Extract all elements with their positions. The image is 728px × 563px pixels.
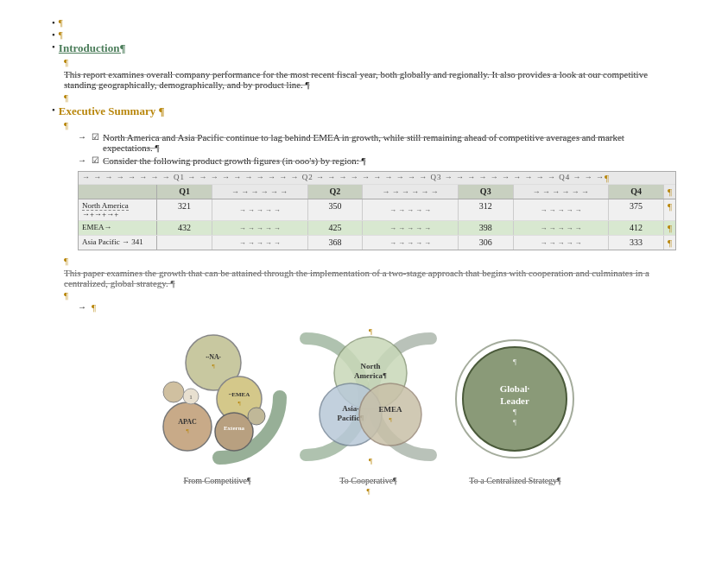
exec-arrow2: → ☑ Consider the following product growt…: [78, 155, 676, 166]
svg-text:Global·: Global·: [500, 383, 530, 394]
table-arrows-row: → → → → → → → → Q1 → → → → → → → → → → Q…: [79, 172, 675, 185]
table-row-emea: EMEA→ 432 → → → → → 425 → → → → → 398 → …: [79, 221, 675, 236]
from-competitive-label: From Competitive¶: [183, 476, 250, 485]
svg-text:North: North: [361, 362, 381, 370]
coop-svg: North America¶ Asia· Pacific¶ EMEA ¶ ¶ ¶: [297, 321, 440, 472]
svg-text:EMEA: EMEA: [379, 405, 403, 414]
to-cooperative-diagram: North America¶ Asia· Pacific¶ EMEA ¶ ¶ ¶…: [297, 321, 440, 496]
svg-text:1: 1: [189, 394, 193, 401]
table-row-apac: Asia Pacific → 341 → → → → → 368 → → → →…: [79, 236, 675, 250]
svg-text:¶: ¶: [513, 408, 516, 416]
svg-point-6: [163, 402, 212, 451]
coop-para: ¶: [366, 487, 370, 496]
svg-text:APAC: APAC: [178, 418, 197, 426]
to-centralized-diagram: ¶ Global· Leader ¶ ¶ To a Centralized St…: [448, 321, 582, 485]
svg-point-21: [359, 383, 421, 446]
svg-text:¶: ¶: [369, 457, 372, 465]
global-svg: ¶ Global· Leader ¶ ¶: [448, 321, 582, 472]
data-table: → → → → → → → → Q1 → → → → → → → → → → Q…: [78, 171, 676, 250]
svg-text:¶: ¶: [369, 327, 372, 336]
table-row-na: North America →+→+→+ 321 → → → → → 350 →…: [79, 199, 675, 221]
svg-text:¶: ¶: [513, 357, 516, 366]
table-header: Q1 → → → → → → Q2 → → → → → → Q3 → → → →…: [79, 185, 675, 199]
global-svg-container: ¶ Global· Leader ¶ ¶: [448, 321, 582, 472]
svg-text:··EMEA: ··EMEA: [229, 391, 250, 398]
bubble-diagram: ··NA· ¶ ··EMEA ¶ APAC ¶ Externa: [146, 321, 288, 472]
svg-text:Asia·: Asia·: [342, 404, 358, 413]
svg-point-14: [248, 408, 265, 425]
intro-para2: ¶: [64, 92, 676, 103]
coop-svg-container: North America¶ Asia· Pacific¶ EMEA ¶ ¶ ¶: [297, 321, 440, 472]
body2-para: ¶: [64, 256, 676, 266]
exec-heading: Executive Summary ¶: [59, 104, 165, 118]
svg-text:Leader: Leader: [500, 395, 529, 406]
intro-heading: Introduction¶: [59, 41, 126, 55]
from-competitive-diagram: ··NA· ¶ ··EMEA ¶ APAC ¶ Externa: [146, 321, 288, 485]
svg-text:··NA·: ··NA·: [206, 353, 221, 361]
to-centralized-label: To a Centralized Strategy¶: [469, 476, 560, 485]
exec-para-mark: ¶: [64, 120, 676, 130]
svg-point-9: [215, 413, 253, 451]
body2-para2: ¶: [64, 290, 676, 300]
intro-para-mark: ¶: [64, 57, 676, 67]
intro-heading-row: • Introduction¶: [52, 41, 676, 55]
page: • ¶ • ¶ • Introduction¶ ¶ This report ex…: [0, 0, 728, 563]
body2-text: This paper examines the growth that can …: [64, 268, 676, 288]
svg-text:¶: ¶: [513, 418, 516, 427]
diagrams-section: ··NA· ¶ ··EMEA ¶ APAC ¶ Externa: [52, 321, 676, 496]
intro-body: This report examines overall company per…: [64, 69, 676, 90]
diagram-arrow-para: → ¶: [78, 302, 676, 313]
exec-arrow1: → ☑ North America and Asia Pacific conti…: [78, 132, 676, 153]
para-mark-1: • ¶: [52, 17, 676, 28]
to-cooperative-label: To Cooperative¶: [339, 476, 396, 485]
svg-point-11: [163, 382, 184, 402]
exec-heading-row: • Executive Summary ¶: [52, 104, 676, 118]
para-mark-2: • ¶: [52, 29, 676, 40]
bubble-svg: ··NA· ¶ ··EMEA ¶ APAC ¶ Externa: [146, 321, 288, 472]
svg-text:Externa: Externa: [224, 425, 245, 432]
svg-text:America¶: America¶: [354, 371, 387, 380]
